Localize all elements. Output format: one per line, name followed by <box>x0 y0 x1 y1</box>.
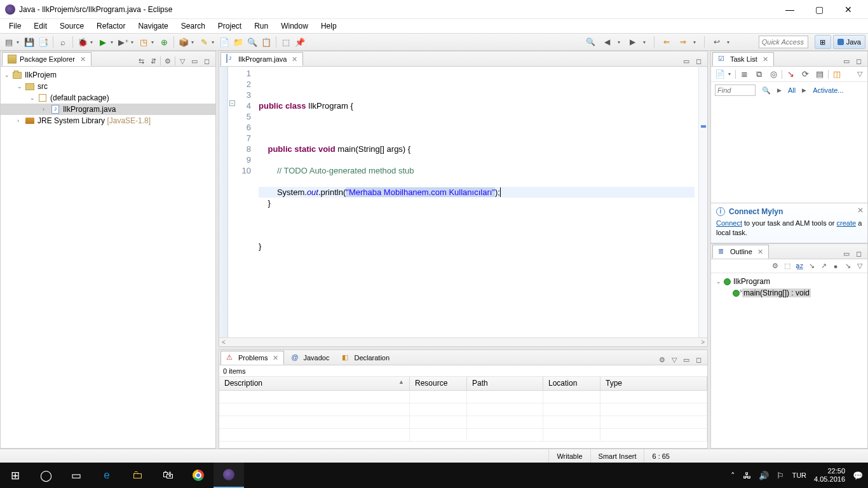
debug-button[interactable]: 🐞 <box>76 36 89 48</box>
run-dropdown[interactable]: ▾ <box>111 39 116 45</box>
menu-edit[interactable]: Edit <box>27 20 53 32</box>
debug-dropdown[interactable]: ▾ <box>90 39 95 45</box>
schedule-icon[interactable]: ⧉ <box>752 68 765 81</box>
close-icon[interactable]: ✕ <box>857 206 864 215</box>
hide-icon[interactable]: ▤ <box>813 68 826 81</box>
close-button[interactable]: ✕ <box>834 0 863 19</box>
focus-task-icon[interactable]: ⚙ <box>657 355 667 365</box>
maximize-editor-icon[interactable]: ◻ <box>693 56 703 66</box>
close-icon[interactable]: ✕ <box>757 248 763 256</box>
mylyn-create-link[interactable]: create <box>837 219 857 227</box>
tree-project[interactable]: ⌄ IlkProjem <box>1 69 215 81</box>
hide-fields-icon[interactable]: ↘ <box>806 261 817 271</box>
view-menu-icon[interactable]: ▽ <box>855 261 865 271</box>
code-editor[interactable]: − 12345678910 public class IlkProgram { … <box>219 67 707 337</box>
fwd-dropdown[interactable]: ▾ <box>693 39 698 45</box>
new-task-icon[interactable]: 📄 <box>714 68 726 81</box>
new-package-button[interactable]: 📦 <box>177 36 190 48</box>
view-menu-icon[interactable]: ▽ <box>177 56 187 66</box>
minimize-button[interactable]: — <box>775 0 804 19</box>
search-button[interactable]: 🔍 <box>246 36 259 48</box>
view-menu-icon[interactable]: ▽ <box>669 355 679 365</box>
tray-clock[interactable]: 22:50 4.05.2016 <box>814 467 845 484</box>
open-type-button[interactable]: ⌕ <box>57 36 69 48</box>
toggle-breadcrumb-button[interactable]: ⬚ <box>280 36 292 48</box>
close-icon[interactable]: ✕ <box>80 55 86 64</box>
hscroll-right-icon[interactable]: > <box>701 339 705 346</box>
new-java-project-button[interactable]: ⊕ <box>158 36 170 48</box>
search-icon[interactable]: 🔍 <box>762 86 771 95</box>
minimize-view-icon[interactable]: ▭ <box>681 355 691 365</box>
chevron-down-icon[interactable]: ⌄ <box>17 83 25 90</box>
new-class-button[interactable]: ✎ <box>198 36 210 48</box>
editor-tab[interactable]: IlkProgram.java ✕ <box>220 52 303 66</box>
tray-network-icon[interactable]: 🖧 <box>743 471 751 480</box>
minimize-view-icon[interactable]: ▭ <box>189 56 200 66</box>
close-icon[interactable]: ✕ <box>763 55 768 64</box>
tree-java-file[interactable]: › IlkProgram.java <box>1 104 215 115</box>
declaration-tab[interactable]: ◧ Declaration <box>336 351 395 365</box>
chevron-right-icon[interactable]: › <box>43 106 50 112</box>
nav-next-annotation[interactable]: ▶ <box>627 36 639 48</box>
hide-nonpublic-icon[interactable]: ● <box>831 261 841 271</box>
run-button[interactable]: ▶ <box>97 36 109 48</box>
collapse-all-icon[interactable]: ⇆ <box>136 56 146 66</box>
menu-run[interactable]: Run <box>248 20 275 32</box>
minimize-editor-icon[interactable]: ▭ <box>681 56 691 66</box>
task-view-icon[interactable]: ▭ <box>61 463 92 488</box>
minimize-view-icon[interactable]: ▭ <box>841 56 851 66</box>
fold-toggle-icon[interactable]: − <box>229 100 235 106</box>
run-last-button[interactable]: ▶⁺ <box>117 36 130 48</box>
menu-file[interactable]: File <box>3 20 27 32</box>
outline-tab[interactable]: ≣ Outline ✕ <box>712 245 769 259</box>
quick-access-input[interactable]: Quick Access <box>759 36 808 48</box>
run-last-dropdown[interactable]: ▾ <box>131 39 136 45</box>
col-description[interactable]: Description▲ <box>219 377 410 390</box>
source-text[interactable]: public class IlkProgram { public static … <box>255 67 698 337</box>
coverage-dropdown[interactable]: ▾ <box>151 39 156 45</box>
search-taskbar-icon[interactable]: ◯ <box>31 463 61 488</box>
hide-local-icon[interactable]: ↘ <box>843 261 853 271</box>
focus-icon[interactable]: ⚙ <box>770 261 780 271</box>
activate-link[interactable]: Activate... <box>813 86 843 94</box>
col-resource[interactable]: Resource <box>410 377 467 390</box>
col-path[interactable]: Path <box>467 377 543 390</box>
prev-ann-dropdown[interactable]: ▾ <box>618 39 623 45</box>
menu-window[interactable]: Window <box>275 20 315 32</box>
tray-flag-icon[interactable]: ⚐ <box>776 471 784 480</box>
pin-editor-button[interactable]: 📌 <box>294 36 306 48</box>
hscroll-left-icon[interactable]: < <box>222 339 226 346</box>
sort-icon[interactable]: ⬚ <box>782 261 792 271</box>
annotation-button[interactable]: 📋 <box>260 36 273 48</box>
sort-az-icon[interactable]: a͟z <box>794 261 804 271</box>
javadoc-tab[interactable]: @ Javadoc <box>285 351 335 365</box>
tree-jre[interactable]: › JRE System Library [JavaSE-1.8] <box>1 115 215 126</box>
outline-method[interactable]: s main(String[]) : void <box>712 287 866 299</box>
store-icon[interactable]: 🛍 <box>153 463 183 488</box>
menu-help[interactable]: Help <box>315 20 343 32</box>
synchronize-icon[interactable]: ⟳ <box>799 68 811 81</box>
new-button[interactable]: ▤ <box>3 36 15 48</box>
new-package-dropdown[interactable]: ▾ <box>191 39 196 45</box>
task-find-input[interactable] <box>715 85 756 96</box>
new-dropdown[interactable]: ▾ <box>17 39 22 45</box>
focus-icon[interactable]: ◎ <box>767 68 780 81</box>
menu-source[interactable]: Source <box>53 20 90 32</box>
file-explorer-icon[interactable]: 🗀 <box>122 463 153 488</box>
close-icon[interactable]: ✕ <box>273 354 278 362</box>
tray-language[interactable]: TUR <box>792 471 806 479</box>
menu-search[interactable]: Search <box>175 20 212 32</box>
chevron-down-icon[interactable]: ⌄ <box>716 278 724 285</box>
open-perspective-button[interactable]: ⊞ <box>815 35 831 49</box>
open-task-button[interactable]: 📄 <box>218 36 231 48</box>
tree-default-package[interactable]: ⌄ (default package) <box>1 92 215 104</box>
collapse-icon[interactable]: ↘ <box>784 68 797 81</box>
nav-back-button[interactable]: ⇐ <box>660 36 673 48</box>
new-class-dropdown[interactable]: ▾ <box>212 39 217 45</box>
all-link[interactable]: All <box>788 86 796 94</box>
maximize-button[interactable]: ▢ <box>804 0 834 19</box>
minimize-view-icon[interactable]: ▭ <box>841 248 851 259</box>
maximize-view-icon[interactable]: ◻ <box>201 56 212 66</box>
overview-ruler[interactable] <box>698 67 707 337</box>
save-button[interactable]: 💾 <box>23 36 36 48</box>
